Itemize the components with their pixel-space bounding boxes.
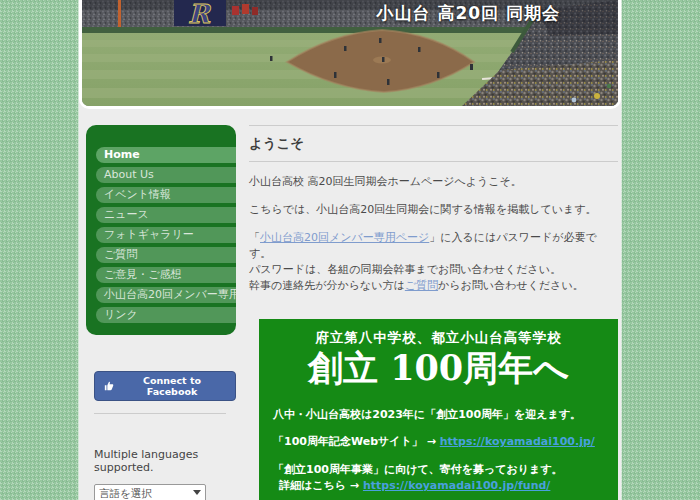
welcome-paragraph-3: 「小山台高20回メンバー専用ページ」に入るにはパスワードが必要です。 パスワード… <box>249 230 618 294</box>
password-note: パスワードは、各組の同期会幹事までお問い合わせください。 <box>249 263 561 276</box>
banner-line-1: 八中・小山台高校は2023年に「創立100周年」を迎えます。 <box>273 407 604 424</box>
sidebar-item-news[interactable]: ニュース <box>96 207 236 223</box>
sidebar-item-feedback[interactable]: ご意見・ご感想 <box>96 267 236 283</box>
banner-subtitle: 府立第八中学校、都立小山台高等学校 <box>273 329 604 347</box>
banner-title: 創立 100周年へ <box>273 348 604 388</box>
members-page-link[interactable]: 小山台高20回メンバー専用ページ <box>260 231 429 244</box>
sidebar-item-event-info[interactable]: イベント情報 <box>96 187 236 203</box>
banner-line-2: 「100周年記念Webサイト」 → https://koyamadai100.j… <box>273 434 604 451</box>
centennial-banner: 府立第八中学校、都立小山台高等学校 創立 100周年へ 八中・小山台高校は202… <box>259 319 618 500</box>
sidebar-item-photo-gallery[interactable]: フォトギャラリー <box>96 227 236 243</box>
site-title: 小山台 高20回 同期会 <box>377 2 561 25</box>
page-container: R <box>79 0 621 500</box>
connect-facebook-button[interactable]: Connect to Facebook <box>94 371 236 401</box>
sidebar-item-home[interactable]: Home <box>96 147 236 163</box>
thumbs-up-icon <box>104 381 114 391</box>
centennial-site-link[interactable]: https://koyamadai100.jp/ <box>440 435 595 448</box>
language-select[interactable]: 言語を選択 <box>94 484 206 500</box>
header-photo: R <box>79 0 621 109</box>
body-columns: Home About Us イベント情報 ニュース フォトギャラリー ご質問 ご… <box>82 109 618 500</box>
welcome-paragraph-2: こちらでは、小山台高20回生同期会に関する情報を掲載しています。 <box>249 202 618 218</box>
language-select-wrap: 言語を選択 <box>94 482 206 500</box>
sidebar-item-questions[interactable]: ご質問 <box>96 247 236 263</box>
welcome-paragraph-1: 小山台高校 高20回生同期会ホームページへようこそ。 <box>249 174 618 190</box>
sidebar: Home About Us イベント情報 ニュース フォトギャラリー ご質問 ご… <box>86 125 236 500</box>
languages-note: Multiple languages supported. <box>94 448 236 474</box>
banner-line-3-4: 「創立100周年事業」に向けて、寄付を募っております。 詳細はこちら → htt… <box>273 462 604 495</box>
sidebar-nav: Home About Us イベント情報 ニュース フォトギャラリー ご質問 ご… <box>86 125 236 335</box>
fund-link[interactable]: https://koyamadai100.jp/fund/ <box>363 479 550 492</box>
connect-facebook-label: Connect to Facebook <box>118 375 226 397</box>
welcome-heading: ようこそ <box>249 126 618 162</box>
questions-link[interactable]: ご質問 <box>405 279 438 292</box>
sidebar-item-members-page[interactable]: 小山台高20回メンバー専用ページ <box>96 287 236 303</box>
sidebar-item-about-us[interactable]: About Us <box>96 167 236 183</box>
sidebar-item-links[interactable]: リンク <box>96 307 236 323</box>
sidebar-divider <box>94 413 226 414</box>
main-content: ようこそ 小山台高校 高20回生同期会ホームページへようこそ。 こちらでは、小山… <box>249 125 618 500</box>
stands-letter: R <box>188 0 211 29</box>
